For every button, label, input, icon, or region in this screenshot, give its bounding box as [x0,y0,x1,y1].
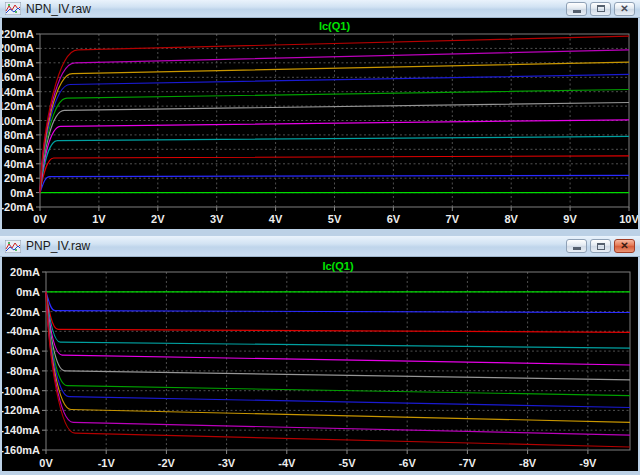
close-icon: ✕ [620,241,628,251]
y-tick-label: -160mA [2,444,40,456]
y-tick-label: -100mA [2,385,40,397]
y-tick-label: 220mA [2,28,34,40]
x-tick-label: 4V [269,213,283,225]
minimize-icon [573,247,581,250]
y-tick-label: 140mA [2,86,34,98]
x-tick-label: -2V [158,457,176,469]
y-tick-label: -80mA [6,365,40,377]
waveform-file-icon [5,2,21,15]
x-tick-label: 5V [328,213,342,225]
window-pnp: PNP_IV.raw ✕ 0V-1V-2V-3V-4V-5V-6V-7V-8V-… [0,232,640,475]
ic-trace [46,292,630,365]
x-tick-label: -5V [338,457,356,469]
x-tick-label: 9V [563,213,577,225]
ic-trace [46,292,630,313]
x-tick-label: -4V [278,457,296,469]
y-tick-label: 160mA [2,71,34,83]
ic-trace [40,62,629,193]
minimize-button[interactable] [566,239,587,253]
maximize-button[interactable] [590,2,611,16]
y-tick-label: -60mA [6,345,40,357]
plot-title: Ic(Q1) [319,20,351,32]
y-tick-label: -40mA [6,325,40,337]
waveform-file-icon [5,240,21,253]
x-tick-label: 3V [210,213,224,225]
close-button[interactable]: ✕ [614,2,635,16]
y-tick-label: 20mA [4,172,34,184]
x-tick-label: -9V [579,457,597,469]
x-tick-label: -8V [519,457,537,469]
titlebar-npn[interactable]: NPN_IV.raw ✕ [0,0,640,18]
npn-waveform-plot[interactable]: 0V1V2V3V4V5V6V7V8V9V10V220mA200mA180mA16… [2,18,638,229]
ic-trace [40,90,629,193]
ic-trace [46,292,630,348]
minimize-icon [573,10,581,13]
y-tick-label: 100mA [2,115,34,127]
x-tick-label: 10V [619,213,638,225]
restore-icon [597,243,605,250]
ic-trace [46,292,630,380]
y-tick-label: 120mA [2,100,34,112]
y-tick-label: 40mA [4,158,34,170]
x-tick-label: 8V [504,213,518,225]
x-tick-label: 0V [39,457,53,469]
x-tick-label: -1V [98,457,116,469]
x-tick-label: 7V [446,213,460,225]
desktop: { "windows": [ { "title": "NPN_IV.raw", … [0,0,640,475]
y-tick-label: 80mA [4,129,34,141]
y-tick-label: -20mA [6,306,40,318]
minimize-button[interactable] [566,2,587,16]
y-tick-label: 180mA [2,57,34,69]
x-tick-label: -6V [399,457,417,469]
close-button[interactable]: ✕ [614,239,635,253]
x-tick-label: 2V [151,213,165,225]
y-tick-label: -140mA [2,424,40,436]
x-tick-label: 6V [387,213,401,225]
x-tick-label: -7V [459,457,477,469]
y-tick-label: -20mA [2,201,34,213]
pnp-waveform-plot[interactable]: 0V-1V-2V-3V-4V-5V-6V-7V-8V-9V20mA0mA-20m… [2,257,638,471]
titlebar-pnp[interactable]: PNP_IV.raw ✕ [0,236,640,257]
x-tick-label: 1V [92,213,106,225]
window-title: NPN_IV.raw [26,2,566,16]
maximize-icon [597,5,605,12]
y-tick-label: 60mA [4,143,34,155]
y-tick-label: 20mA [10,266,40,278]
close-icon: ✕ [620,4,628,14]
ic-trace [46,292,630,396]
window-title: PNP_IV.raw [26,239,566,253]
y-tick-label: 0mA [16,286,40,298]
y-tick-label: -120mA [2,404,40,416]
restore-button[interactable] [590,239,611,253]
y-tick-label: 0mA [10,187,34,199]
plot-title: Ic(Q1) [322,260,354,272]
x-tick-label: -3V [218,457,236,469]
window-npn: NPN_IV.raw ✕ 0V1V2V3V4V5V6V7V8V9V10V220m… [0,0,640,232]
x-tick-label: 0V [33,213,47,225]
y-tick-label: 200mA [2,42,34,54]
